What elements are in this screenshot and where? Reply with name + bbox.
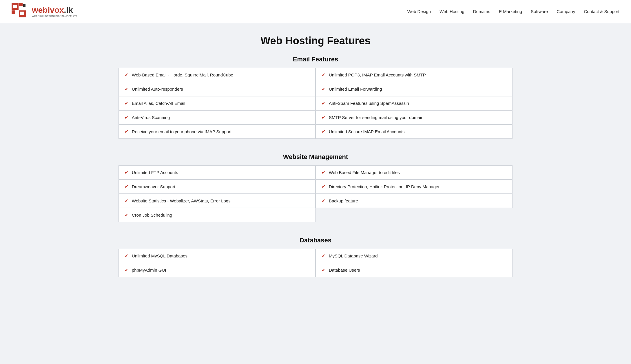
left-column-website-management: ✔Unlimited FTP Accounts✔Dreamweaver Supp… <box>118 165 316 222</box>
feature-text: Backup feature <box>329 198 358 203</box>
main-nav: Web DesignWeb HostingDomainsE MarketingS… <box>407 9 619 14</box>
feature-text: Dreamweaver Support <box>132 184 175 189</box>
feature-item: ✔Unlimited Secure IMAP Email Accounts <box>316 125 513 139</box>
feature-text: MySQL Database Wizard <box>329 253 378 258</box>
checkmark-icon: ✔ <box>125 72 128 78</box>
checkmark-icon: ✔ <box>125 198 128 204</box>
feature-item: ✔Database Users <box>316 263 513 277</box>
checkmark-icon: ✔ <box>125 100 128 106</box>
checkmark-icon: ✔ <box>125 212 128 218</box>
site-header: webivox.lk WEBIVOX INTERNATIONAL (PVT) L… <box>0 0 631 23</box>
svg-rect-5 <box>20 12 24 15</box>
section-title-email-features: Email Features <box>118 56 513 63</box>
feature-item: ✔Unlimited Email Forwarding <box>316 82 513 96</box>
feature-text: Web Based File Manager to edit files <box>329 170 400 175</box>
checkmark-icon: ✔ <box>125 86 128 92</box>
feature-item: ✔Directory Protection, Hotlink Protectio… <box>316 180 513 194</box>
logo-icon <box>12 3 29 20</box>
checkmark-icon: ✔ <box>322 253 325 259</box>
feature-item: ✔Unlimited POP3, IMAP Email Accounts wit… <box>316 68 513 82</box>
checkmark-icon: ✔ <box>322 170 325 175</box>
feature-item: ✔Website Statistics - Webalizer, AWStats… <box>118 194 316 208</box>
features-grid-databases: ✔Unlimited MySQL Databases✔phpMyAdmin GU… <box>118 249 513 277</box>
right-column-email-features: ✔Unlimited POP3, IMAP Email Accounts wit… <box>316 68 513 139</box>
feature-item: ✔Web Based File Manager to edit files <box>316 165 513 180</box>
section-title-website-management: Website Management <box>118 153 513 161</box>
checkmark-icon: ✔ <box>125 115 128 120</box>
svg-rect-1 <box>19 3 23 6</box>
section-title-databases: Databases <box>118 237 513 244</box>
feature-text: SMTP Server for sending mail using your … <box>329 115 424 120</box>
feature-item: ✔Cron Job Scheduling <box>118 208 316 222</box>
checkmark-icon: ✔ <box>125 129 128 134</box>
feature-text: Unlimited FTP Accounts <box>132 170 178 175</box>
feature-item: ✔MySQL Database Wizard <box>316 249 513 263</box>
page-title: Web Hosting Features <box>118 35 513 47</box>
feature-item: ✔Anti-Virus Scanning <box>118 110 316 125</box>
logo-brand: webivox.lk <box>32 6 78 15</box>
svg-rect-4 <box>13 5 17 8</box>
feature-item: ✔Unlimited MySQL Databases <box>118 249 316 263</box>
nav-link-software[interactable]: Software <box>531 9 548 14</box>
left-column-databases: ✔Unlimited MySQL Databases✔phpMyAdmin GU… <box>118 249 316 277</box>
feature-text: Web-Based Email - Horde, SquirrelMail, R… <box>132 72 233 77</box>
feature-item: ✔Receive your email to your phone via IM… <box>118 125 316 139</box>
feature-item: ✔Email Alias, Catch-All Email <box>118 96 316 110</box>
feature-text: Anti-Spam Features using SpamAssassin <box>329 101 409 106</box>
feature-item: ✔Anti-Spam Features using SpamAssassin <box>316 96 513 110</box>
svg-rect-6 <box>23 4 25 7</box>
checkmark-icon: ✔ <box>322 115 325 120</box>
main-content: Web Hosting Features Email Features✔Web-… <box>113 23 518 303</box>
nav-link-e-marketing[interactable]: E Marketing <box>499 9 522 14</box>
checkmark-icon: ✔ <box>322 129 325 134</box>
feature-text: Cron Job Scheduling <box>132 213 172 217</box>
checkmark-icon: ✔ <box>322 184 325 189</box>
logo-text: webivox.lk WEBIVOX INTERNATIONAL (PVT) L… <box>32 6 78 17</box>
checkmark-icon: ✔ <box>125 253 128 259</box>
feature-text: Database Users <box>329 268 360 272</box>
feature-text: Unlimited POP3, IMAP Email Accounts with… <box>329 72 426 77</box>
feature-text: Email Alias, Catch-All Email <box>132 101 185 106</box>
feature-item: ✔Web-Based Email - Horde, SquirrelMail, … <box>118 68 316 82</box>
svg-rect-2 <box>12 10 15 14</box>
feature-text: Unlimited Secure IMAP Email Accounts <box>329 129 405 134</box>
nav-link-contact-&-support[interactable]: Contact & Support <box>584 9 619 14</box>
features-grid-email-features: ✔Web-Based Email - Horde, SquirrelMail, … <box>118 68 513 139</box>
checkmark-icon: ✔ <box>322 267 325 273</box>
feature-text: Anti-Virus Scanning <box>132 115 170 120</box>
right-column-website-management: ✔Web Based File Manager to edit files✔Di… <box>316 165 513 222</box>
checkmark-icon: ✔ <box>322 100 325 106</box>
left-column-email-features: ✔Web-Based Email - Horde, SquirrelMail, … <box>118 68 316 139</box>
section-website-management: Website Management✔Unlimited FTP Account… <box>118 153 513 222</box>
feature-item: ✔SMTP Server for sending mail using your… <box>316 110 513 125</box>
logo-tagline: WEBIVOX INTERNATIONAL (PVT) LTD <box>32 15 78 17</box>
feature-item: ✔Unlimited FTP Accounts <box>118 165 316 180</box>
feature-text: Unlimited MySQL Databases <box>132 253 187 258</box>
features-grid-website-management: ✔Unlimited FTP Accounts✔Dreamweaver Supp… <box>118 165 513 222</box>
checkmark-icon: ✔ <box>322 86 325 92</box>
feature-item: ✔phpMyAdmin GUI <box>118 263 316 277</box>
feature-item: ✔Unlimited Auto-responders <box>118 82 316 96</box>
right-column-databases: ✔MySQL Database Wizard✔Database Users <box>316 249 513 277</box>
feature-text: Directory Protection, Hotlink Protection… <box>329 184 439 189</box>
section-email-features: Email Features✔Web-Based Email - Horde, … <box>118 56 513 139</box>
checkmark-icon: ✔ <box>125 170 128 175</box>
checkmark-icon: ✔ <box>322 198 325 204</box>
nav-link-web-hosting[interactable]: Web Hosting <box>439 9 464 14</box>
nav-link-domains[interactable]: Domains <box>473 9 490 14</box>
feature-item: ✔Dreamweaver Support <box>118 180 316 194</box>
feature-text: Website Statistics - Webalizer, AWStats,… <box>132 198 231 203</box>
feature-text: Unlimited Auto-responders <box>132 87 183 92</box>
feature-text: Receive your email to your phone via IMA… <box>132 129 231 134</box>
logo-area: webivox.lk WEBIVOX INTERNATIONAL (PVT) L… <box>12 3 78 20</box>
sections-container: Email Features✔Web-Based Email - Horde, … <box>118 56 513 277</box>
section-databases: Databases✔Unlimited MySQL Databases✔phpM… <box>118 237 513 277</box>
nav-link-company[interactable]: Company <box>557 9 575 14</box>
feature-item: ✔Backup feature <box>316 194 513 208</box>
feature-text: Unlimited Email Forwarding <box>329 87 382 92</box>
checkmark-icon: ✔ <box>125 184 128 189</box>
nav-link-web-design[interactable]: Web Design <box>407 9 431 14</box>
checkmark-icon: ✔ <box>322 72 325 78</box>
checkmark-icon: ✔ <box>125 267 128 273</box>
feature-text: phpMyAdmin GUI <box>132 268 166 272</box>
